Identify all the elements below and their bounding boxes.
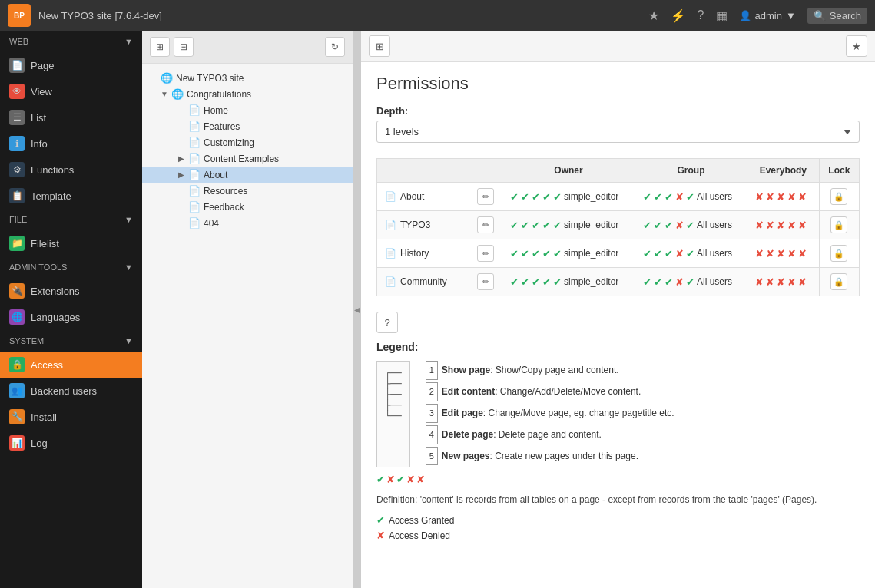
owner-check-3-2: ✔ bbox=[532, 276, 540, 288]
tree-root[interactable]: 🌐 New TYPO3 site bbox=[142, 70, 353, 86]
sidebar-item-languages-label: Languages bbox=[31, 312, 80, 323]
tree-404[interactable]: 📄 404 bbox=[142, 215, 353, 231]
tree-customizing[interactable]: 📄 Customizing bbox=[142, 134, 353, 150]
owner-check-3-4: ✔ bbox=[553, 276, 562, 288]
sidebar-item-install-label: Install bbox=[31, 411, 57, 423]
refresh-button[interactable]: ↻ bbox=[325, 37, 345, 57]
everybody-check-3-1: ✘ bbox=[766, 276, 774, 288]
everybody-check-2-3: ✘ bbox=[787, 248, 796, 259]
group-checks-0: ✔✔✔✘✔ All users bbox=[643, 191, 739, 203]
search-label: Search bbox=[830, 10, 861, 21]
about-page-icon: 📄 bbox=[188, 169, 201, 180]
tree-resources[interactable]: 📄 Resources bbox=[142, 183, 353, 199]
group-cell-2: ✔✔✔✘✔ All users bbox=[635, 239, 747, 268]
back-button[interactable]: ⊞ bbox=[369, 35, 390, 57]
group-user-0: All users bbox=[697, 191, 732, 202]
file-section-chevron: ▼ bbox=[124, 215, 133, 224]
legend-check-red-3: ✘ bbox=[416, 474, 425, 485]
system-section-header[interactable]: SYSTEM ▼ bbox=[0, 330, 142, 352]
everybody-check-3-4: ✘ bbox=[798, 276, 807, 288]
depth-select[interactable]: 1 levels 2 levels 3 levels 4 levels Infi… bbox=[376, 121, 860, 143]
sidebar-item-template[interactable]: 📋 Template bbox=[0, 183, 142, 209]
legend-check-red-1: ✘ bbox=[386, 474, 395, 485]
group-check-1-3: ✘ bbox=[675, 220, 684, 231]
tree-about[interactable]: ▶ 📄 About bbox=[142, 167, 353, 183]
lock-button-3[interactable]: 🔒 bbox=[830, 273, 847, 290]
sidebar-item-install[interactable]: 🔧 Install bbox=[0, 404, 142, 430]
legend-item-2: 2 Edit content: Change/Add/Delete/Move c… bbox=[426, 382, 674, 401]
new-page-button[interactable]: ⊞ bbox=[150, 37, 170, 57]
group-check-1-1: ✔ bbox=[654, 220, 662, 231]
group-check-2-2: ✔ bbox=[665, 248, 673, 259]
table-row: 📄 TYPO3 ✏ ✔✔✔✔✔ simple_editor ✔✔✔✘✔ All … bbox=[377, 211, 860, 239]
logo: BP bbox=[8, 4, 31, 27]
owner-check-1-2: ✔ bbox=[532, 220, 540, 231]
filter-button[interactable]: ⊟ bbox=[174, 37, 194, 57]
tree-root-label: New TYPO3 site bbox=[176, 73, 244, 84]
owner-user-3: simple_editor bbox=[564, 276, 618, 287]
page-cell-3: 📄 Community bbox=[377, 268, 469, 296]
web-section-header[interactable]: WEB ▼ bbox=[0, 31, 142, 52]
owner-check-1-1: ✔ bbox=[521, 220, 529, 231]
backend-users-icon: 👥 bbox=[9, 383, 25, 398]
admin-section-header[interactable]: ADMIN TOOLS ▼ bbox=[0, 256, 142, 278]
edit-perms-button-3[interactable]: ✏ bbox=[477, 273, 494, 290]
edit-perms-button-2[interactable]: ✏ bbox=[477, 245, 494, 262]
group-user-2: All users bbox=[697, 248, 732, 259]
page-name-1: TYPO3 bbox=[400, 220, 430, 230]
main-layout: WEB ▼ 📄 Page 👁 View ☰ List ℹ Info ⚙ Func… bbox=[0, 31, 875, 588]
star-icon[interactable]: ★ bbox=[648, 8, 659, 23]
list-icon: ☰ bbox=[9, 110, 25, 125]
bolt-icon[interactable]: ⚡ bbox=[671, 8, 686, 23]
everybody-check-2-1: ✘ bbox=[766, 248, 774, 259]
legend-items: 1 Show page: Show/Copy page and content.… bbox=[426, 361, 674, 467]
filelist-icon: 📁 bbox=[9, 236, 25, 251]
lock-button-2[interactable]: 🔒 bbox=[830, 245, 847, 262]
bookmark-button[interactable]: ★ bbox=[846, 35, 867, 57]
lock-button-1[interactable]: 🔒 bbox=[830, 216, 847, 233]
legend-label-1: Show page: Show/Copy page and content. bbox=[442, 362, 619, 379]
help-question-button[interactable]: ? bbox=[376, 312, 398, 333]
sidebar-item-filelist-label: Filelist bbox=[31, 238, 59, 249]
group-check-3-2: ✔ bbox=[665, 276, 673, 288]
tree-congratulations[interactable]: ▼ 🌐 Congratulations bbox=[142, 86, 353, 102]
edit-perms-button-1[interactable]: ✏ bbox=[477, 216, 494, 233]
help-icon[interactable]: ? bbox=[698, 8, 704, 22]
everybody-check-2-2: ✘ bbox=[777, 248, 785, 259]
granted-label: Access Granted bbox=[389, 515, 454, 526]
page-icon-0: 📄 bbox=[385, 191, 396, 202]
topbar: BP New TYPO3 site [7.6.4-dev] ★ ⚡ ? ▦ 👤 … bbox=[0, 0, 875, 31]
legend-item-1: 1 Show page: Show/Copy page and content. bbox=[426, 361, 674, 380]
tree-home[interactable]: 📄 Home bbox=[142, 102, 353, 118]
tree-features[interactable]: 📄 Features bbox=[142, 118, 353, 134]
legend-check-green-2: ✔ bbox=[396, 474, 405, 485]
root-expand-icon bbox=[148, 73, 159, 84]
sidebar-item-log[interactable]: 📊 Log bbox=[0, 430, 142, 456]
lock-button-0[interactable]: 🔒 bbox=[830, 188, 847, 205]
legend-check-green: ✔ bbox=[376, 474, 385, 485]
edit-perms-button-0[interactable]: ✏ bbox=[477, 188, 494, 205]
sidebar-item-info[interactable]: ℹ Info bbox=[0, 130, 142, 157]
file-section-header[interactable]: FILE ▼ bbox=[0, 209, 142, 230]
sidebar-item-filelist[interactable]: 📁 Filelist bbox=[0, 230, 142, 256]
legend-definition: Definition: 'content' is records from al… bbox=[376, 493, 860, 507]
sidebar-item-access[interactable]: 🔒 Access bbox=[0, 352, 142, 378]
everybody-cell-3: ✘✘✘✘✘ bbox=[747, 268, 819, 296]
sidebar-item-page[interactable]: 📄 Page bbox=[0, 52, 142, 78]
toolbar-left-icons: ⊞ ⊟ bbox=[150, 37, 194, 57]
user-menu[interactable]: 👤 admin ▼ bbox=[739, 10, 796, 21]
sidebar-item-extensions[interactable]: 🔌 Extensions bbox=[0, 278, 142, 304]
sidebar-item-functions[interactable]: ⚙ Functions bbox=[0, 157, 142, 183]
tree-feedback[interactable]: 📄 Feedback bbox=[142, 199, 353, 215]
sidebar-item-backend-users[interactable]: 👥 Backend users bbox=[0, 378, 142, 404]
sidebar-item-view[interactable]: 👁 View bbox=[0, 78, 142, 104]
tree-content-examples[interactable]: ▶ 📄 Content Examples bbox=[142, 150, 353, 167]
collapse-handle[interactable]: ◀ bbox=[353, 31, 361, 588]
everybody-checks-2: ✘✘✘✘✘ bbox=[755, 248, 811, 259]
sidebar-item-list[interactable]: ☰ List bbox=[0, 104, 142, 130]
sidebar-item-languages[interactable]: 🌐 Languages bbox=[0, 304, 142, 330]
search-bar[interactable]: 🔍 Search bbox=[807, 8, 867, 24]
legend-access-denied: ✘ Access Denied bbox=[376, 530, 860, 541]
table-icon[interactable]: ▦ bbox=[716, 8, 728, 23]
everybody-cell-2: ✘✘✘✘✘ bbox=[747, 239, 819, 268]
